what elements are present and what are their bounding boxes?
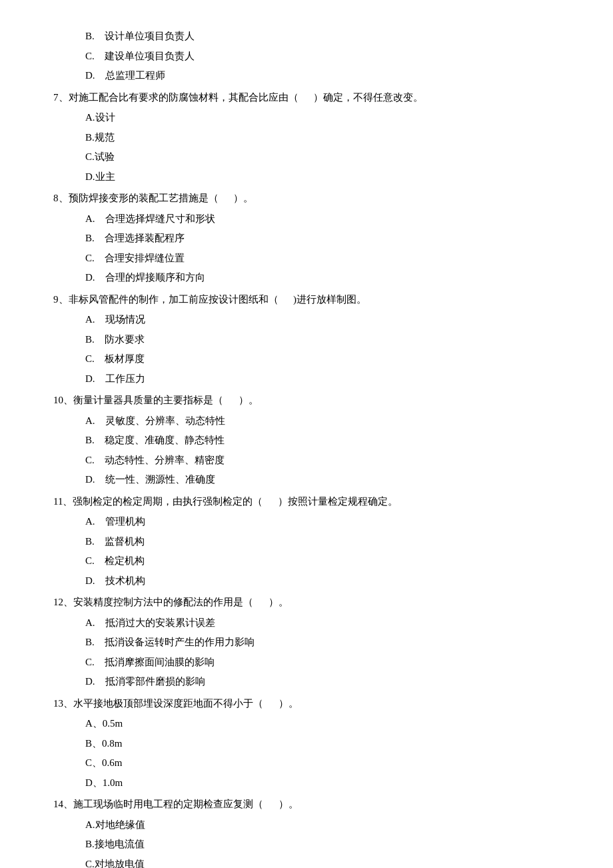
question-10-option-a: A. 灵敏度、分辨率、动态特性	[53, 411, 560, 431]
document-body: B. 设计单位项目负责人 C. 建设单位项目负责人 D. 总监理工程师 7、对施…	[53, 27, 560, 868]
question-14: 14、施工现场临时用电工程的定期检查应复测（ ）。 A.对地绝缘值 B.接地电流…	[53, 795, 560, 868]
option-d-prev: D. 总监理工程师	[53, 66, 560, 85]
question-13: 13、水平接地极顶部埋设深度距地面不得小于（ ）。 A、0.5m B、0.8m …	[53, 694, 560, 793]
question-11-option-d: D. 技术机构	[53, 571, 560, 591]
question-10-option-d: D. 统一性、溯源性、准确度	[53, 470, 560, 489]
question-8-option-d: D. 合理的焊接顺序和方向	[53, 268, 560, 287]
question-13-option-d: D、1.0m	[53, 773, 560, 793]
question-14-option-a: A.对地绝缘值	[53, 815, 560, 835]
question-10-stem: 10、衡量计量器具质量的主要指标是（ ）。	[53, 391, 560, 410]
question-12: 12、安装精度控制方法中的修配法的作用是（ ）。 A. 抵消过大的安装累计误差 …	[53, 593, 560, 691]
question-9-option-a: A. 现场情况	[53, 310, 560, 329]
question-9-option-b: B. 防水要求	[53, 330, 560, 349]
question-7: 7、对施工配合比有要求的防腐蚀材料，其配合比应由（ ）确定，不得任意改变。 A.…	[53, 88, 560, 187]
question-7-option-a: A.设计	[53, 108, 560, 127]
option-b-prev: B. 设计单位项目负责人	[53, 27, 560, 46]
question-13-option-c: C、0.6m	[53, 753, 560, 773]
question-13-option-b: B、0.8m	[53, 734, 560, 753]
question-11: 11、强制检定的检定周期，由执行强制检定的（ ）按照计量检定规程确定。 A. 管…	[53, 492, 560, 591]
question-12-option-d: D. 抵消零部件磨损的影响	[53, 672, 560, 691]
question-8-option-a: A. 合理选择焊缝尺寸和形状	[53, 209, 560, 229]
question-11-stem: 11、强制检定的检定周期，由执行强制检定的（ ）按照计量检定规程确定。	[53, 492, 560, 511]
question-12-stem: 12、安装精度控制方法中的修配法的作用是（ ）。	[53, 593, 560, 612]
question-12-option-b: B. 抵消设备运转时产生的作用力影响	[53, 633, 560, 652]
question-10-option-b: B. 稳定度、准确度、静态特性	[53, 431, 560, 450]
question-8: 8、预防焊接变形的装配工艺措施是（ ）。 A. 合理选择焊缝尺寸和形状 B. 合…	[53, 189, 560, 287]
option-c-prev: C. 建设单位项目负责人	[53, 47, 560, 66]
question-14-option-b: B.接地电流值	[53, 835, 560, 854]
question-9-option-d: D. 工作压力	[53, 369, 560, 389]
question-9-stem: 9、非标风管配件的制作，加工前应按设计图纸和（ )进行放样制图。	[53, 290, 560, 309]
continuation-options: B. 设计单位项目负责人 C. 建设单位项目负责人 D. 总监理工程师	[53, 27, 560, 85]
question-14-option-c: C.对地放电值	[53, 855, 560, 869]
question-9: 9、非标风管配件的制作，加工前应按设计图纸和（ )进行放样制图。 A. 现场情况…	[53, 290, 560, 389]
question-11-option-a: A. 管理机构	[53, 512, 560, 531]
question-7-stem: 7、对施工配合比有要求的防腐蚀材料，其配合比应由（ ）确定，不得任意改变。	[53, 88, 560, 107]
question-12-option-a: A. 抵消过大的安装累计误差	[53, 613, 560, 633]
question-12-option-c: C. 抵消摩擦面间油膜的影响	[53, 653, 560, 672]
question-14-stem: 14、施工现场临时用电工程的定期检查应复测（ ）。	[53, 795, 560, 814]
question-11-option-c: C. 检定机构	[53, 551, 560, 571]
question-10: 10、衡量计量器具质量的主要指标是（ ）。 A. 灵敏度、分辨率、动态特性 B.…	[53, 391, 560, 489]
question-9-option-c: C. 板材厚度	[53, 349, 560, 369]
question-11-option-b: B. 监督机构	[53, 532, 560, 551]
question-13-option-a: A、0.5m	[53, 714, 560, 733]
question-8-option-c: C. 合理安排焊缝位置	[53, 249, 560, 268]
question-7-option-c: C.试验	[53, 147, 560, 167]
question-10-option-c: C. 动态特性、分辨率、精密度	[53, 451, 560, 470]
question-7-option-d: D.业主	[53, 167, 560, 187]
question-7-option-b: B.规范	[53, 128, 560, 147]
question-8-stem: 8、预防焊接变形的装配工艺措施是（ ）。	[53, 189, 560, 208]
question-13-stem: 13、水平接地极顶部埋设深度距地面不得小于（ ）。	[53, 694, 560, 713]
question-8-option-b: B. 合理选择装配程序	[53, 229, 560, 248]
